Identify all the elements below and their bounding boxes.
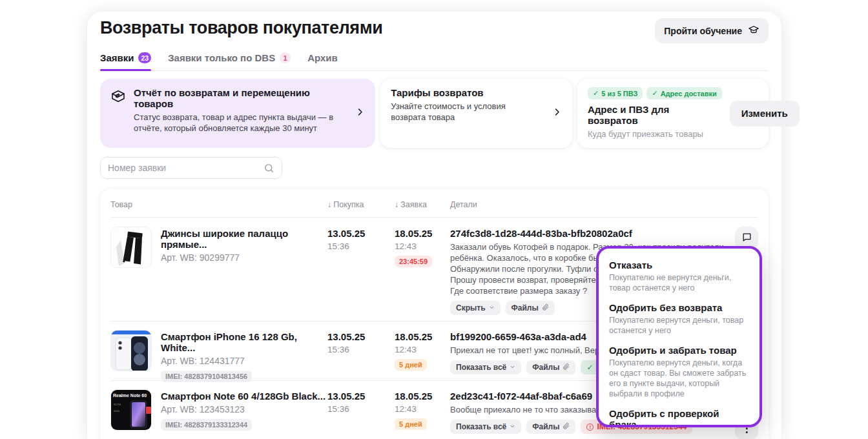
product-article: Арт. WB: 123453123: [161, 404, 326, 414]
product-image-iphone: [110, 330, 152, 371]
show-all-button[interactable]: Показать всё: [450, 420, 521, 434]
product-image-jeans: [110, 227, 152, 268]
product-title: Смартфон Note 60 4/128Gb Black...: [161, 389, 326, 402]
training-button[interactable]: Пройти обучение: [655, 18, 769, 43]
purchase-time: 15:36: [327, 404, 395, 414]
chevron-right-icon: [355, 107, 365, 119]
search-icon: [264, 163, 274, 174]
tab-bar: Заявки 23 Заявки только по DBS 1 Архив: [100, 52, 769, 71]
tab-dbs-requests[interactable]: Заявки только по DBS 1: [168, 52, 291, 70]
svg-text:6000: 6000: [114, 409, 120, 413]
menu-item-approve-with-defect-check[interactable]: Одобрить с проверкой брака Покупателю ве…: [609, 404, 749, 427]
tariffs-card-subtitle: Узнайте стоимость и условия возврата тов…: [391, 101, 539, 123]
product-image-realme: Realme Note 60 NOTE 6000: [110, 389, 152, 431]
check-icon: ✓: [652, 89, 657, 97]
menu-item-approve-and-take[interactable]: Одобрить и забрать товар Покупателю верн…: [609, 341, 749, 404]
chevron-down-icon: [510, 422, 515, 431]
box-return-icon: [110, 87, 126, 107]
page: Возвраты товаров покупателями Пройти обу…: [0, 0, 868, 439]
svg-text:NOTE: NOTE: [114, 403, 121, 406]
files-button[interactable]: Файлы: [526, 360, 575, 374]
tab-label: Заявки: [100, 52, 134, 63]
paperclip-icon: [563, 363, 570, 372]
purchase-date: 13.05.25: [327, 227, 395, 239]
product-article: Арт. WB: 124431777: [161, 356, 327, 366]
tab-archive[interactable]: Архив: [307, 52, 338, 70]
purchase-date: 13.05.25: [327, 330, 395, 342]
report-card-title: Отчёт по возвратам и перемещению товаров: [134, 87, 347, 109]
page-title: Возвраты товаров покупателями: [100, 18, 382, 38]
tab-label: Заявки только по DBS: [168, 52, 275, 63]
product-title: Джинсы широкие палаццо прямые...: [161, 227, 327, 250]
change-address-button[interactable]: Изменить: [730, 101, 800, 127]
delivery-address-badge: ✓ Адрес доставки: [646, 87, 721, 99]
col-header-product: Товар: [110, 200, 327, 209]
graduation-cap-icon: [748, 24, 760, 37]
purchase-time: 15:36: [327, 345, 395, 354]
request-date: 18.05.25: [395, 227, 450, 239]
chevron-down-icon: [489, 303, 495, 312]
request-date: 18.05.25: [395, 389, 450, 402]
return-action-menu: Отказать Покупателю не вернутся деньги, …: [596, 246, 762, 427]
tariffs-card[interactable]: Тарифы возвратов Узнайте стоимость и усл…: [380, 79, 572, 148]
menu-item-approve-without-return[interactable]: Одобрить без возврата Покупателю вернутс…: [609, 298, 749, 341]
search-input[interactable]: [108, 163, 264, 173]
info-cards-row: Отчёт по возвратам и перемещению товаров…: [100, 79, 769, 148]
check-icon: ✓: [586, 363, 593, 372]
chat-icon: [741, 232, 752, 245]
search-field: [100, 157, 282, 179]
request-time: 12:43: [395, 241, 450, 251]
files-button[interactable]: Файлы: [506, 301, 555, 315]
tab-label: Архив: [307, 52, 338, 63]
pvz-status-badge: ✓ 5 из 5 ПВЗ: [588, 87, 643, 99]
product-image-label: Realme Note 60: [113, 393, 147, 398]
imei-label: IMEI: 4828379133312344: [161, 419, 252, 431]
sort-desc-icon: ↓: [395, 200, 398, 209]
col-header-request[interactable]: ↓Заявка: [395, 200, 450, 209]
request-id: 274fc3d8-1d28-444d-83ba-bfb20802a0cf: [450, 227, 730, 239]
training-button-label: Пройти обучение: [664, 26, 742, 36]
tab-requests-badge: 23: [138, 52, 151, 63]
request-time: 12:43: [395, 404, 450, 414]
files-button[interactable]: Файлы: [526, 420, 575, 434]
show-all-button[interactable]: Показать всё: [450, 360, 521, 374]
col-header-details: Детали: [450, 200, 730, 209]
timer-badge: 23:45:59: [395, 256, 432, 267]
address-card: ✓ 5 из 5 ПВЗ ✓ Адрес доставки Адрес и ПВ…: [577, 79, 769, 148]
address-card-subtitle: Куда будут приезжать товары: [588, 128, 722, 139]
table-header-row: Товар ↓Покупка ↓Заявка Детали: [100, 189, 769, 218]
request-date: 18.05.25: [395, 330, 450, 342]
paperclip-icon: [563, 422, 570, 431]
header: Возвраты товаров покупателями Пройти обу…: [87, 12, 781, 43]
report-card[interactable]: Отчёт по возвратам и перемещению товаров…: [100, 79, 375, 148]
warning-icon: !: [586, 424, 594, 431]
address-card-title: Адрес и ПВЗ для возвратов: [588, 104, 722, 126]
hide-comment-button[interactable]: Скрыть: [450, 301, 501, 315]
request-time: 12:43: [395, 345, 450, 354]
col-header-purchase[interactable]: ↓Покупка: [327, 200, 395, 209]
tab-requests[interactable]: Заявки 23: [100, 52, 151, 70]
purchase-time: 15:36: [327, 241, 395, 251]
product-article: Арт. WB: 90299777: [161, 252, 327, 263]
sort-desc-icon: ↓: [327, 200, 331, 209]
chevron-right-icon: [552, 107, 562, 119]
purchase-date: 13.05.25: [327, 389, 395, 402]
paperclip-icon: [542, 303, 549, 312]
product-title: Смартфон iPhone 16 128 Gb, White...: [161, 330, 327, 353]
days-left-badge: 5 дней: [395, 359, 427, 371]
check-icon: ✓: [593, 89, 599, 97]
report-card-subtitle: Статус возврата, товар и адрес пункта вы…: [134, 112, 347, 134]
menu-item-reject[interactable]: Отказать Покупателю не вернутся деньги, …: [609, 256, 749, 298]
days-left-badge: 5 дней: [395, 418, 427, 430]
chevron-down-icon: [510, 363, 515, 372]
tariffs-card-title: Тарифы возвратов: [391, 87, 544, 98]
tab-dbs-badge: 1: [280, 52, 291, 63]
